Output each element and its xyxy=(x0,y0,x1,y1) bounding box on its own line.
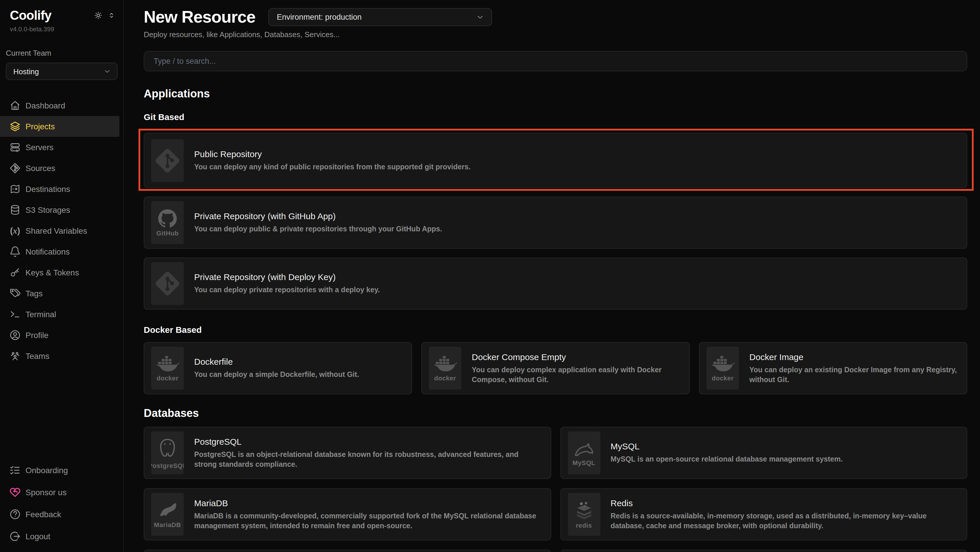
home-icon xyxy=(9,100,21,111)
sidebar-item-servers[interactable]: Servers xyxy=(0,137,123,158)
sidebar-item-sponsor-us[interactable]: Sponsor us xyxy=(0,481,123,503)
sidebar-item-logout[interactable]: Logout xyxy=(0,525,123,547)
sidebar-item-tags[interactable]: Tags xyxy=(0,283,123,304)
main-content: New Resource Environment: production Dep… xyxy=(124,0,980,552)
resource-card-docker-compose-empty[interactable]: docker Docker Compose Empty You can depl… xyxy=(421,342,690,394)
card-title: Private Repository (with Deploy Key) xyxy=(194,272,380,282)
card-description: You can deploy an existing Docker Image … xyxy=(749,365,958,385)
sidebar-item-sources[interactable]: Sources xyxy=(0,158,123,179)
mysql-logo-tile: MySQL xyxy=(568,431,600,474)
app-logo: Coolify xyxy=(10,8,52,23)
parentheses-x-icon: (x) xyxy=(9,225,21,236)
resource-card-deploy-key[interactable]: Private Repository (with Deploy Key) You… xyxy=(144,257,967,310)
section-heading-databases: Databases xyxy=(144,407,967,420)
docker-logo-tile: docker xyxy=(706,347,739,390)
map-icon xyxy=(9,183,21,195)
github-logo-tile: GitHub xyxy=(151,201,184,244)
theme-toggle-icon[interactable] xyxy=(94,11,103,20)
help-circle-icon xyxy=(9,509,21,520)
postgresql-icon xyxy=(157,437,178,460)
mariadb-logo-tile: MariaDB xyxy=(151,493,184,536)
card-title: Redis xyxy=(611,498,958,508)
git-logo-tile xyxy=(151,139,184,182)
current-team-label: Current Team xyxy=(0,49,123,57)
sidebar-item-s3-storages[interactable]: S3 Storages xyxy=(0,199,123,220)
card-description: You can deploy private repositories with… xyxy=(194,285,380,295)
sidebar-item-projects[interactable]: Projects xyxy=(0,116,119,137)
mysql-wordmark: MySQL xyxy=(573,459,595,466)
mariadb-icon xyxy=(156,501,178,519)
team-select[interactable]: Hosting xyxy=(6,62,118,80)
sidebar-collapse-icon[interactable] xyxy=(108,11,115,19)
card-description: Redis is a source-available, in-memory s… xyxy=(611,511,958,531)
docker-wordmark: docker xyxy=(434,374,456,381)
resource-card-github-app[interactable]: GitHub Private Repository (with GitHub A… xyxy=(144,196,967,249)
resource-card-partial-right[interactable] xyxy=(560,550,967,552)
resource-card-dockerfile[interactable]: docker Dockerfile You can deploy a simpl… xyxy=(144,342,412,394)
card-description: MySQL is an open-source relational datab… xyxy=(611,455,843,464)
sidebar-item-profile[interactable]: Profile xyxy=(0,325,123,346)
git-icon xyxy=(153,145,183,175)
card-title: Dockerfile xyxy=(194,357,359,367)
database-icon xyxy=(9,204,21,216)
resource-card-public-repository[interactable]: Public Repository You can deploy any kin… xyxy=(144,133,967,188)
subsection-heading-docker-based: Docker Based xyxy=(144,325,967,335)
card-description: You can deploy public & private reposito… xyxy=(194,224,442,234)
sidebar-item-onboarding[interactable]: Onboarding xyxy=(0,459,123,481)
subsection-heading-git-based: Git Based xyxy=(144,112,967,122)
sidebar-item-dashboard[interactable]: Dashboard xyxy=(0,95,123,116)
sidebar-item-keys-tokens[interactable]: Keys & Tokens xyxy=(0,262,123,283)
layers-icon xyxy=(9,121,21,132)
card-title: Docker Compose Empty xyxy=(472,352,680,362)
sidebar-nav: Dashboard Projects Servers Sources Desti… xyxy=(0,95,123,367)
sidebar-item-destinations[interactable]: Destinations xyxy=(0,179,123,199)
resource-card-redis[interactable]: redis Redis Redis is a source-available,… xyxy=(560,488,967,541)
search-bar[interactable] xyxy=(144,51,967,71)
sidebar-item-teams[interactable]: Teams xyxy=(0,346,123,367)
mariadb-wordmark: MariaDB xyxy=(154,521,181,528)
card-title: Private Repository (with GitHub App) xyxy=(194,211,442,222)
github-wordmark: GitHub xyxy=(156,229,179,236)
sidebar: Coolify v4.0.0-beta.399 Current Team Hos… xyxy=(0,0,124,552)
sidebar-item-notifications[interactable]: Notifications xyxy=(0,241,123,262)
resource-card-mariadb[interactable]: MariaDB MariaDB MariaDB is a community-d… xyxy=(144,488,551,541)
logout-icon xyxy=(9,531,21,542)
card-description: You can deploy any kind of public reposi… xyxy=(194,162,471,172)
docker-icon xyxy=(711,355,735,373)
section-heading-applications: Applications xyxy=(144,88,967,100)
page-title: New Resource xyxy=(144,8,255,26)
postgresql-wordmark: PostgreSQL xyxy=(151,462,184,469)
user-circle-icon xyxy=(9,329,21,341)
card-title: Public Repository xyxy=(194,149,471,159)
docker-logo-tile: docker xyxy=(429,347,461,390)
chevron-down-icon xyxy=(103,67,111,75)
bell-icon xyxy=(9,246,21,257)
resource-card-partial-left[interactable] xyxy=(144,550,551,552)
card-description: You can deploy a simple Dockerfile, with… xyxy=(194,370,359,380)
resource-card-postgresql[interactable]: PostgreSQL PostgreSQL PostgreSQL is an o… xyxy=(144,427,551,479)
team-select-value: Hosting xyxy=(13,67,39,76)
docker-wordmark: docker xyxy=(156,374,178,381)
sidebar-item-feedback[interactable]: Feedback xyxy=(0,503,123,525)
heart-handshake-icon xyxy=(9,487,21,498)
git-logo-tile xyxy=(151,262,184,305)
key-icon xyxy=(9,267,21,278)
search-input[interactable] xyxy=(153,56,959,66)
page-subtitle: Deploy resources, like Applications, Dat… xyxy=(144,30,967,39)
sidebar-item-terminal[interactable]: Terminal xyxy=(0,304,123,325)
card-description: PostgreSQL is an object-relational datab… xyxy=(194,450,541,469)
sidebar-item-shared-variables[interactable]: (x) Shared Variables xyxy=(0,220,123,241)
card-title: MariaDB xyxy=(194,498,541,508)
postgresql-logo-tile: PostgreSQL xyxy=(151,431,184,474)
resource-card-mysql[interactable]: MySQL MySQL MySQL is an open-source rela… xyxy=(560,427,967,479)
tags-icon xyxy=(9,287,21,299)
docker-logo-tile: docker xyxy=(151,347,184,390)
docker-icon xyxy=(433,355,457,373)
environment-select[interactable]: Environment: production xyxy=(268,8,492,26)
resource-card-docker-image[interactable]: docker Docker Image You can deploy an ex… xyxy=(699,342,967,394)
git-icon xyxy=(153,268,183,298)
mysql-icon xyxy=(573,440,595,457)
redis-icon xyxy=(573,500,594,520)
checklist-icon xyxy=(9,464,21,476)
docker-wordmark: docker xyxy=(712,374,734,381)
